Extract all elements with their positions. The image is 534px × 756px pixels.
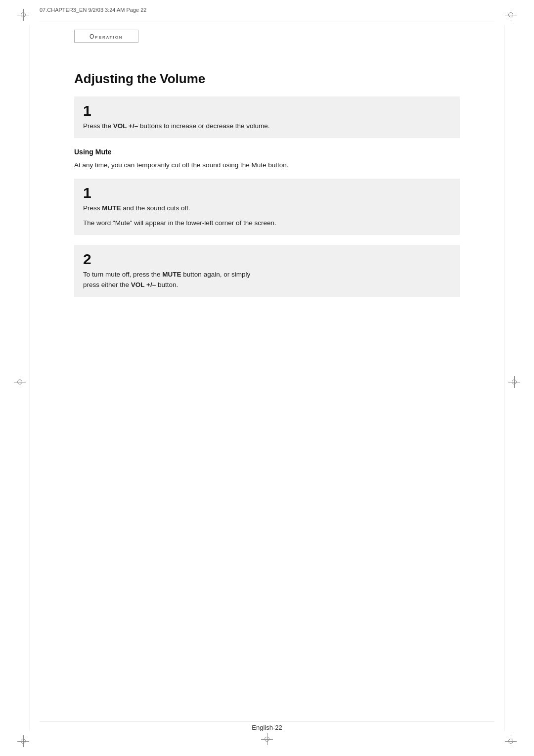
footer-text: English-22: [252, 724, 282, 731]
step-text-mute-2: To turn mute off, press the MUTE button …: [83, 271, 250, 288]
crop-mark-bottom-left: [17, 735, 29, 747]
side-line-left: [30, 25, 30, 731]
using-mute-intro: At any time, you can temporarily cut off…: [74, 160, 460, 171]
step-block-mute-2: 2 To turn mute off, press the MUTE butto…: [74, 245, 460, 297]
using-mute-section: Using Mute At any time, you can temporar…: [74, 148, 460, 171]
step-text-mute-1: Press MUTE and the sound cuts off.: [83, 204, 190, 212]
section-header-box: Operation: [74, 30, 138, 43]
meta-line: 07.CHAPTER3_EN 9/2/03 3:24 AM Page 22: [40, 7, 146, 13]
content-area: Operation Adjusting the Volume 1 Press t…: [74, 30, 460, 307]
crop-mark-top-right: [505, 9, 517, 21]
crop-mark-bottom-center: [261, 733, 273, 745]
crop-mark-mid-right: [508, 376, 520, 388]
step-number-mute-2: 2: [83, 252, 451, 267]
crop-mark-top-left: [17, 9, 29, 21]
step-number-mute-1: 1: [83, 186, 451, 200]
step-subtext-mute-1: The word "Mute" will appear in the lower…: [83, 218, 451, 228]
step-number-1: 1: [83, 103, 451, 118]
top-rule: [40, 21, 494, 21]
bottom-rule: [40, 721, 494, 721]
section-header-container: Operation: [74, 30, 460, 57]
page-container: 07.CHAPTER3_EN 9/2/03 3:24 AM Page 22 Op…: [0, 0, 534, 756]
page-title: Adjusting the Volume: [74, 71, 460, 87]
side-line-right: [504, 25, 504, 731]
section-header-text: Operation: [89, 33, 123, 40]
step-block-mute-1: 1 Press MUTE and the sound cuts off. The…: [74, 179, 460, 236]
step-block-volume-1: 1 Press the VOL +/– buttons to increase …: [74, 96, 460, 138]
using-mute-heading: Using Mute: [74, 148, 460, 156]
crop-mark-bottom-right: [505, 735, 517, 747]
step-text-volume-1: Press the VOL +/– buttons to increase or…: [83, 122, 270, 130]
footer: English-22: [0, 723, 534, 731]
crop-mark-mid-left: [14, 376, 26, 388]
